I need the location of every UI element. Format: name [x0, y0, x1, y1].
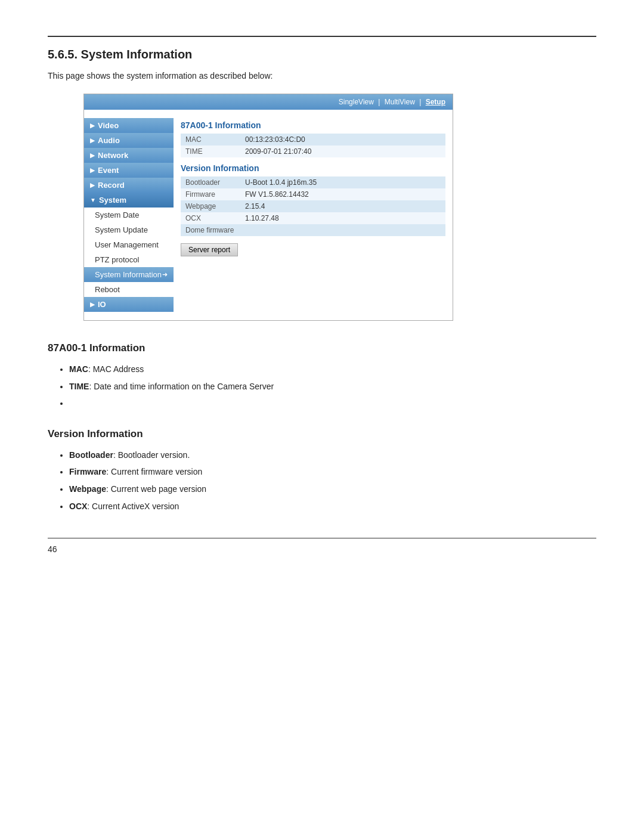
nav-user-management[interactable]: User Management — [84, 237, 174, 252]
arrow-event: ▶ — [90, 167, 95, 174]
mac-label: MAC — [181, 134, 240, 145]
section-title: System Information — [81, 48, 193, 61]
nav-event[interactable]: ▶ Event — [84, 163, 174, 178]
dome-firmware-label: Dome firmware — [181, 224, 240, 236]
list-item: Bootloader: Bootloader version. — [69, 447, 596, 463]
nav-audio[interactable]: ▶ Audio — [84, 133, 174, 148]
table-row: MAC 00:13:23:03:4C:D0 — [181, 134, 445, 145]
sep2: | — [419, 98, 423, 106]
table-row: Dome firmware — [181, 224, 445, 236]
webpage-bold: Webpage — [69, 484, 106, 494]
device-topbar: SingleView | MultiView | Setup — [84, 94, 453, 110]
webpage-value: 2.15.4 — [240, 200, 445, 212]
right-panel: 87A00-1 Information MAC 00:13:23:03:4C:D… — [174, 116, 453, 314]
doc-device-title-text: 87A00-1 Information — [48, 342, 145, 354]
device-info-title: 87A00-1 Information — [181, 120, 445, 130]
bootloader-bold: Bootloader — [69, 450, 113, 460]
arrow-io: ▶ — [90, 301, 95, 308]
webpage-label: Webpage — [181, 200, 240, 212]
firmware-bold: Firmware — [69, 467, 106, 476]
nav-system-date[interactable]: System Date — [84, 208, 174, 222]
ocx-value: 1.10.27.48 — [240, 212, 445, 224]
server-report-button[interactable]: Server report — [181, 243, 238, 256]
nav-reboot[interactable]: Reboot — [84, 282, 174, 297]
intro-paragraph: This page shows the system information a… — [48, 71, 596, 80]
singleview-link[interactable]: SingleView — [339, 98, 374, 106]
list-item: TIME: Date and time information on the C… — [69, 379, 596, 395]
ocx-bold: OCX — [69, 501, 87, 511]
nav-system-update[interactable]: System Update — [84, 222, 174, 237]
doc-section-version-info: Version Information Bootloader: Bootload… — [48, 428, 596, 514]
sep1: | — [378, 98, 382, 106]
list-item: Webpage: Current web page version — [69, 481, 596, 497]
version-info-table: Bootloader U-Boot 1.0.4 jp16m.35 Firmwar… — [181, 176, 445, 236]
left-nav: ▶ Video ▶ Audio ▶ Network ▶ Event ▶ Reco… — [84, 116, 174, 314]
time-value: 2009-07-01 21:07:40 — [240, 145, 445, 157]
arrow-system: ▼ — [90, 197, 96, 203]
doc-device-info-list: MAC: MAC Address TIME: Date and time inf… — [48, 361, 596, 411]
list-item — [69, 395, 596, 411]
device-body: ▶ Video ▶ Audio ▶ Network ▶ Event ▶ Reco… — [84, 110, 453, 320]
arrow-record: ▶ — [90, 182, 95, 188]
table-row: TIME 2009-07-01 21:07:40 — [181, 145, 445, 157]
time-bold: TIME — [69, 382, 89, 391]
setup-link[interactable]: Setup — [426, 98, 445, 106]
table-row: Webpage 2.15.4 — [181, 200, 445, 212]
doc-version-title-text: Version Information — [48, 428, 143, 439]
page-section-title: 5.6.5. System Information — [48, 48, 596, 61]
doc-version-info-title: Version Information — [48, 428, 596, 440]
mac-bold: MAC — [69, 364, 88, 374]
nav-record[interactable]: ▶ Record — [84, 178, 174, 193]
nav-system[interactable]: ▼ System — [84, 193, 174, 208]
bootloader-value: U-Boot 1.0.4 jp16m.35 — [240, 176, 445, 188]
list-item: Firmware: Current firmware version — [69, 464, 596, 480]
topbar-links: SingleView | MultiView | Setup — [338, 98, 447, 106]
firmware-value: FW V1.5.862.14432 — [240, 188, 445, 200]
list-item: OCX: Current ActiveX version — [69, 498, 596, 515]
table-row: OCX 1.10.27.48 — [181, 212, 445, 224]
device-info-table: MAC 00:13:23:03:4C:D0 TIME 2009-07-01 21… — [181, 134, 445, 157]
device-frame: SingleView | MultiView | Setup ▶ Video ▶… — [83, 94, 453, 321]
arrow-audio: ▶ — [90, 137, 95, 144]
bootloader-label: Bootloader — [181, 176, 240, 188]
doc-device-info-title: 87A00-1 Information — [48, 342, 596, 354]
table-row: Firmware FW V1.5.862.14432 — [181, 188, 445, 200]
list-item: MAC: MAC Address — [69, 361, 596, 377]
arrow-video: ▶ — [90, 122, 95, 129]
nav-system-information[interactable]: System Information ➜ — [84, 267, 174, 282]
doc-section-device-info: 87A00-1 Information MAC: MAC Address TIM… — [48, 342, 596, 411]
ocx-label: OCX — [181, 212, 240, 224]
top-rule — [48, 36, 596, 37]
page-number: 46 — [48, 544, 596, 554]
nav-io[interactable]: ▶ IO — [84, 297, 174, 312]
nav-ptz-protocol[interactable]: PTZ protocol — [84, 252, 174, 267]
mac-value: 00:13:23:03:4C:D0 — [240, 134, 445, 145]
dome-firmware-value — [240, 224, 445, 236]
multiview-link[interactable]: MultiView — [385, 98, 415, 106]
nav-system-info-label: System Information — [95, 270, 162, 279]
firmware-label: Firmware — [181, 188, 240, 200]
nav-video[interactable]: ▶ Video — [84, 118, 174, 133]
doc-version-info-list: Bootloader: Bootloader version. Firmware… — [48, 447, 596, 514]
section-number: 5.6.5. — [48, 48, 78, 61]
table-row: Bootloader U-Boot 1.0.4 jp16m.35 — [181, 176, 445, 188]
bottom-rule — [48, 538, 596, 538]
time-label: TIME — [181, 145, 240, 157]
nav-system-info-arrow: ➜ — [162, 271, 168, 278]
version-info-title: Version Information — [181, 163, 445, 173]
nav-network[interactable]: ▶ Network — [84, 148, 174, 163]
arrow-network: ▶ — [90, 152, 95, 159]
